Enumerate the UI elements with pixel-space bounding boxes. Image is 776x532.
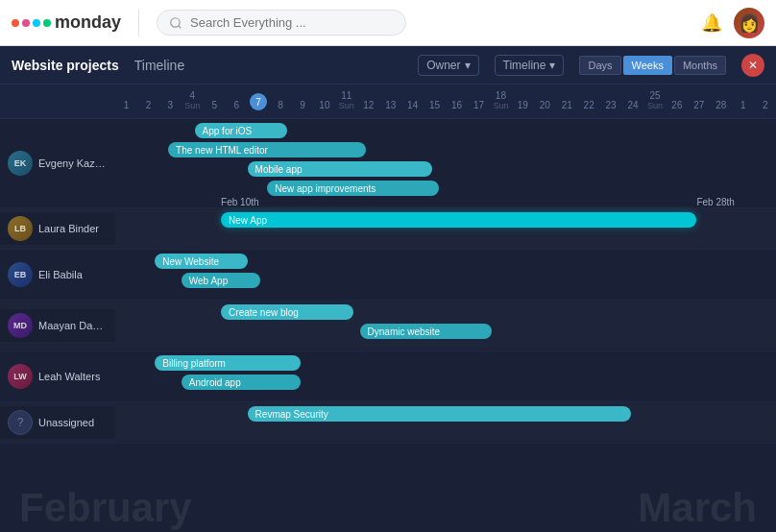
- row-person-unassigned: ?Unassigned: [0, 406, 115, 439]
- close-timeline-button[interactable]: ✕: [741, 54, 764, 77]
- date-col-4: 4Sun: [182, 90, 204, 110]
- page-title: Website projects: [12, 58, 119, 73]
- date-col-20: 20: [534, 100, 556, 110]
- logo[interactable]: monday: [12, 12, 121, 33]
- date-col-21: 21: [556, 100, 578, 110]
- top-navigation: monday 🔔 👩: [0, 0, 776, 46]
- date-col-25: 25Sun: [644, 90, 667, 110]
- date-col-15: 15: [424, 100, 446, 110]
- date-col-22: 22: [578, 100, 600, 110]
- timeline-filter-button[interactable]: Timeline ▾: [495, 55, 565, 76]
- person-name: Eli Babila: [38, 269, 83, 280]
- row-person-maayan-dagan: MDMaayan Dagan: [0, 309, 115, 342]
- gantt-row: LBLaura BinderFeb 10thFeb 28thNew App: [0, 208, 776, 250]
- date-col-14: 14: [401, 100, 424, 110]
- person-avatar: LW: [8, 364, 33, 389]
- date-header: 1234Sun567891011Sun12131415161718Sun1920…: [0, 85, 776, 119]
- date-col-1: 1: [732, 100, 754, 110]
- bars-area: New WebsiteWeb App: [115, 250, 776, 300]
- logo-dots: [12, 19, 51, 27]
- bars-area: App for iOSThe new HTML editorMobile app…: [115, 119, 776, 207]
- gantt-bar[interactable]: Create new blog: [221, 304, 353, 320]
- timeline-view-group: Days Weeks Months: [579, 56, 726, 75]
- person-name: Maayan Dagan: [38, 320, 108, 331]
- date-col-2: 2: [754, 100, 776, 110]
- march-label: March: [638, 485, 757, 531]
- date-col-26: 26: [666, 100, 688, 110]
- search-bar[interactable]: [157, 10, 406, 36]
- date-col-12: 12: [357, 100, 379, 110]
- date-col-2: 2: [137, 100, 159, 110]
- date-col-27: 27: [688, 100, 710, 110]
- date-columns: 1234Sun567891011Sun12131415161718Sun1920…: [115, 90, 776, 114]
- logo-dot-pink: [22, 19, 30, 27]
- gantt-row: EKEvgeny KazinecApp for iOSThe new HTML …: [0, 119, 776, 208]
- chevron-down-icon: ▾: [549, 59, 555, 72]
- gantt-bar[interactable]: Dynamic website: [360, 324, 493, 339]
- gantt-bar[interactable]: Billing platform: [155, 355, 300, 371]
- date-col-10: 10: [313, 100, 335, 110]
- gantt-bar[interactable]: New App: [221, 212, 696, 228]
- date-col-1: 1: [115, 100, 137, 110]
- date-col-13: 13: [379, 100, 401, 110]
- date-col-23: 23: [600, 100, 622, 110]
- avatar-image: 👩: [734, 8, 764, 38]
- bars-area: Create new blogDynamic website: [115, 301, 776, 351]
- notification-bell-icon[interactable]: 🔔: [701, 12, 722, 34]
- person-avatar: ?: [8, 410, 33, 435]
- bar-date-label-left: Feb 10th: [221, 197, 258, 207]
- date-col-16: 16: [446, 100, 468, 110]
- row-person-eli-babila: EBEli Babila: [0, 258, 115, 291]
- date-col-24: 24: [622, 100, 644, 110]
- logo-dot-green: [43, 19, 51, 27]
- february-label: February: [19, 485, 192, 531]
- gantt-bar[interactable]: The new HTML editor: [168, 142, 366, 157]
- gantt-bar[interactable]: New Website: [155, 254, 247, 269]
- gantt-bar[interactable]: App for iOS: [195, 123, 287, 138]
- gantt-bar[interactable]: Revmap Security: [248, 406, 631, 422]
- months-view-button[interactable]: Months: [674, 56, 726, 75]
- gantt-bar[interactable]: Android app: [182, 375, 301, 390]
- date-col-28: 28: [710, 100, 732, 110]
- gantt-row: LWLeah WaltersBilling platformAndroid ap…: [0, 351, 776, 402]
- weeks-view-button[interactable]: Weeks: [623, 56, 672, 75]
- gantt-row: EBEli BabilaNew WebsiteWeb App: [0, 250, 776, 301]
- person-avatar: EB: [8, 262, 33, 287]
- logo-text: monday: [55, 12, 121, 33]
- bars-area: Revmap Security: [115, 402, 776, 443]
- gantt-row: MDMaayan DaganCreate new blogDynamic web…: [0, 301, 776, 351]
- gantt-bar[interactable]: New app improvements: [267, 181, 439, 196]
- logo-dot-orange: [12, 19, 19, 27]
- chevron-down-icon: ▾: [465, 59, 471, 72]
- logo-dot-blue: [33, 19, 40, 27]
- bottom-month-labels: February March: [0, 484, 776, 532]
- date-col-7: 7: [248, 93, 270, 110]
- bar-date-label-right: Feb 28th: [696, 197, 776, 207]
- bars-area: Billing platformAndroid app: [115, 351, 776, 401]
- row-person-evgeny-kazinec: EKEvgeny Kazinec: [0, 147, 115, 180]
- person-name: Evgeny Kazinec: [38, 157, 108, 169]
- date-col-5: 5: [204, 100, 226, 110]
- bars-area: Feb 10thFeb 28thNew App: [115, 208, 776, 249]
- person-name: Unassigned: [38, 417, 94, 428]
- person-name: Leah Walters: [38, 371, 100, 382]
- days-view-button[interactable]: Days: [579, 56, 620, 75]
- person-avatar: LB: [8, 216, 33, 241]
- date-col-18: 18Sun: [490, 90, 512, 110]
- gantt-bar[interactable]: Web App: [182, 273, 261, 288]
- row-person-laura-binder: LBLaura Binder: [0, 212, 115, 245]
- nav-separator: [138, 10, 139, 36]
- user-avatar[interactable]: 👩: [734, 8, 764, 38]
- svg-point-0: [171, 17, 180, 26]
- date-col-19: 19: [512, 100, 534, 110]
- gantt-chart: EKEvgeny KazinecApp for iOSThe new HTML …: [0, 119, 776, 484]
- owner-filter-button[interactable]: Owner ▾: [418, 55, 478, 76]
- date-col-6: 6: [226, 100, 248, 110]
- svg-line-1: [179, 25, 182, 28]
- date-col-17: 17: [468, 100, 490, 110]
- search-input[interactable]: [190, 15, 394, 30]
- date-col-9: 9: [292, 100, 314, 110]
- view-title: Timeline: [134, 58, 184, 73]
- gantt-bar[interactable]: Mobile app: [248, 161, 433, 177]
- date-col-11: 11Sun: [335, 90, 357, 110]
